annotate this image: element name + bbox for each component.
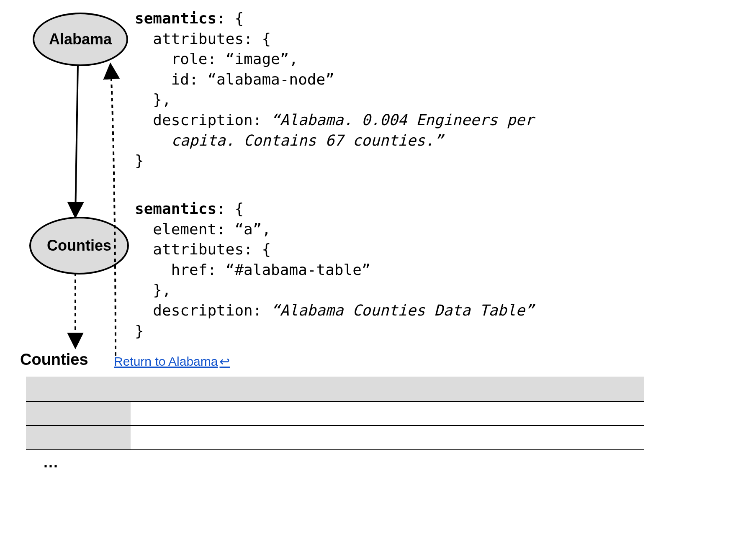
counties-node-label: Counties	[47, 237, 111, 254]
counties-table	[26, 377, 644, 450]
c2-l5: },	[135, 281, 171, 298]
kw-semantics-1: semantics	[135, 10, 216, 27]
table-ellipsis: ...	[44, 454, 59, 471]
return-arrow-icon: ↩	[219, 354, 230, 368]
table-row	[26, 426, 644, 450]
counties-table-title: Counties	[20, 351, 88, 369]
edge-return-to-alabama	[111, 65, 116, 356]
table-row-header-cell	[26, 402, 131, 425]
c2-l2: element: “a”,	[135, 221, 271, 238]
semantics-code-counties: semantics: { element: “a”, attributes: {…	[135, 199, 534, 341]
c1-l6b: “Alabama. 0.004 Engineers per	[271, 111, 534, 128]
c1-l3: role: “image”,	[135, 50, 298, 67]
c2-l6a: description:	[135, 302, 271, 319]
table-row	[26, 402, 644, 426]
c1-l4: id: “alabama-node”	[135, 71, 334, 88]
semantics-code-alabama: semantics: { attributes: { role: “image”…	[135, 8, 534, 171]
c1-l1: : {	[216, 10, 244, 27]
return-to-alabama-link[interactable]: Return to Alabama↩	[114, 354, 230, 369]
c1-l5: },	[135, 91, 171, 108]
c2-l4: href: “#alabama-table”	[135, 261, 371, 278]
c1-l2: attributes: {	[135, 30, 271, 47]
edge-alabama-to-counties	[75, 64, 78, 216]
return-link-text: Return to Alabama	[114, 354, 218, 368]
counties-node: Counties	[29, 217, 129, 274]
alabama-node-label: Alabama	[49, 31, 112, 48]
c2-l7: }	[135, 322, 144, 339]
table-row-header-cell	[26, 426, 131, 449]
c2-l3: attributes: {	[135, 241, 271, 258]
c1-l8: }	[135, 152, 144, 169]
table-header-row	[26, 377, 644, 402]
c1-l7: capita. Contains 67 counties.”	[135, 132, 443, 149]
c2-l6b: “Alabama Counties Data Table”	[271, 302, 534, 319]
kw-semantics-2: semantics	[135, 200, 216, 217]
c1-l6a: description:	[135, 111, 271, 128]
c2-l1: : {	[216, 200, 244, 217]
alabama-node: Alabama	[33, 13, 128, 66]
